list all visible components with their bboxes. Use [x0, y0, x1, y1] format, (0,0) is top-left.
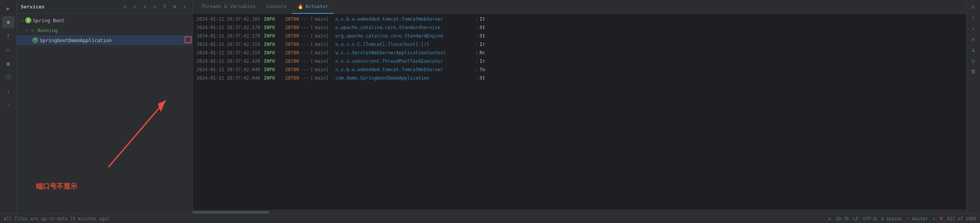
content-area: Threads & Variables Console 🔥 Actuator 2… [193, 0, 966, 214]
status-bar: All files are up-to-date (5 minutes ago)… [0, 214, 980, 223]
plus-button[interactable]: + [181, 3, 189, 11]
active-scroll-button[interactable]: ⤓ [969, 45, 978, 54]
trash-button[interactable]: 🗑 [969, 67, 978, 76]
log-area[interactable]: 2024-01-21 20:37:42.105 INFO 28700 --- [… [193, 14, 966, 210]
tree-item-running[interactable]: ▾ ▷ Running [17, 25, 192, 35]
play-icon-running: ▷ [30, 27, 36, 33]
expand-arrow-springboot: ▾ [20, 18, 25, 23]
services-tree: ▾ S Spring Boot ▾ ▷ Running [17, 14, 192, 47]
tab-console-label: Console [267, 3, 287, 9]
services-toolbar: ↻ ◇ ✕ ◎ ⊽ ⊞ + [121, 3, 189, 11]
upload-icon: ⬆ [933, 216, 935, 221]
edit-icon[interactable]: T [2, 30, 15, 42]
services-title: Services [21, 4, 45, 10]
eye-button[interactable]: ◎ [151, 3, 159, 11]
line-count: 622 of 1966 [947, 216, 976, 221]
main-area: ▶ ⊕ T ▷ ▣ ⓘ ↓ ⑂ Services ↻ ◇ ✕ ◎ ⊽ ⊞ + [0, 0, 980, 214]
expand-arrow-running: ▾ [24, 28, 30, 33]
tab-threads[interactable]: Threads & Variables [196, 0, 261, 14]
tree-item-springboot[interactable]: ▾ S Spring Boot [17, 15, 192, 25]
log-line: 2024-01-21 20:37:42.319 INFO 28700 --- [… [193, 40, 966, 48]
actuator-icon: 🔥 [297, 3, 304, 9]
refresh-button[interactable]: ↻ [121, 3, 129, 11]
debug-play-icon[interactable]: ▷ [2, 44, 15, 56]
running-label: Running [37, 28, 58, 33]
services-header: Services ↻ ◇ ✕ ◎ ⊽ ⊞ + [17, 0, 192, 14]
expand-button[interactable]: ◇ [131, 3, 139, 11]
indent[interactable]: 4 spaces [881, 216, 902, 221]
tab-actuator[interactable]: 🔥 Actuator [292, 0, 334, 14]
status-left: All files are up-to-date (5 minutes ago) [4, 216, 110, 221]
highlight-box [185, 36, 192, 43]
springboot-label: Spring Boot [33, 18, 65, 23]
terminal-icon[interactable]: ▣ [2, 57, 15, 70]
log-line: 2024-01-21 20:37:42.178 INFO 28700 --- [… [193, 23, 966, 31]
log-line: 2024-01-21 20:37:42.940 INFO 28700 --- [… [193, 65, 966, 73]
layout-icon-button[interactable]: ⊟ [969, 2, 978, 11]
no-network-icon: ⊘ [828, 216, 831, 221]
app-service-icon [32, 37, 38, 43]
download-icon[interactable]: ↓ [2, 85, 15, 97]
line-ending[interactable]: LF [853, 216, 859, 221]
left-icon-bar: ▶ ⊕ T ▷ ▣ ⓘ ↓ ⑂ [0, 0, 17, 214]
cursor-position[interactable]: 30:70 [835, 216, 849, 221]
log-line: 2024-01-21 20:37:42.178 INFO 28700 --- [… [193, 31, 966, 40]
git-icon[interactable]: ⑂ [2, 99, 15, 111]
log-line: 2024-01-21 20:37:42.420 INFO 28700 --- [… [193, 57, 966, 65]
tree-item-app[interactable]: SpringbootDemoApplication [17, 35, 192, 45]
scroll-up-button[interactable]: ↑ [969, 13, 978, 22]
no-port-annotation: 端口号不显示 [36, 182, 77, 191]
encoding[interactable]: UTF-8 [863, 216, 876, 221]
close-button[interactable]: ✕ [141, 3, 149, 11]
app-label: SpringbootDemoApplication [40, 37, 112, 43]
wrap-button[interactable]: ≡ [969, 34, 978, 44]
log-line: 2024-01-21 20:37:42.946 INFO 28700 --- [… [193, 73, 966, 82]
services-tree-wrapper: ▾ S Spring Boot ▾ ▷ Running [17, 14, 192, 214]
tab-actuator-label: Actuator [306, 3, 328, 9]
filter-button[interactable]: ⊽ [161, 3, 169, 11]
log-line: 2024-01-21 20:37:42.105 INFO 28700 --- [… [193, 15, 966, 23]
services-panel: Services ↻ ◇ ✕ ◎ ⊽ ⊞ + ▾ S Spring Boot [17, 0, 193, 214]
scrollbar-thumb[interactable] [193, 211, 269, 213]
vcs-branch[interactable]: ⑂ master [907, 216, 928, 221]
scroll-down-button[interactable]: ↓ [969, 24, 978, 33]
print-button[interactable]: ◫ [969, 56, 978, 65]
add-service-button[interactable]: ⊞ [171, 3, 179, 11]
tab-threads-label: Threads & Variables [201, 3, 256, 9]
tab-console[interactable]: Console [261, 0, 292, 14]
run-icon[interactable]: ▶ [2, 2, 15, 15]
horizontal-scrollbar[interactable] [193, 210, 966, 214]
log-line: 2024-01-21 20:37:42.319 INFO 28700 --- [… [193, 48, 966, 57]
yolo-icon: Y [940, 216, 943, 221]
spring-icon: S [25, 17, 31, 23]
status-right: ⊘ 30:70 LF UTF-8 4 spaces ⑂ master ⬆ Y 6… [828, 216, 976, 221]
status-message: All files are up-to-date (5 minutes ago) [4, 216, 110, 221]
svg-line-1 [108, 101, 166, 167]
right-icon-bar: ⊟ ↑ ↓ ≡ ⤓ ◫ 🗑 [966, 0, 980, 214]
info-icon[interactable]: ⓘ [2, 71, 15, 83]
services-icon[interactable]: ⊕ [2, 16, 15, 28]
tabs-row: Threads & Variables Console 🔥 Actuator [193, 0, 966, 14]
